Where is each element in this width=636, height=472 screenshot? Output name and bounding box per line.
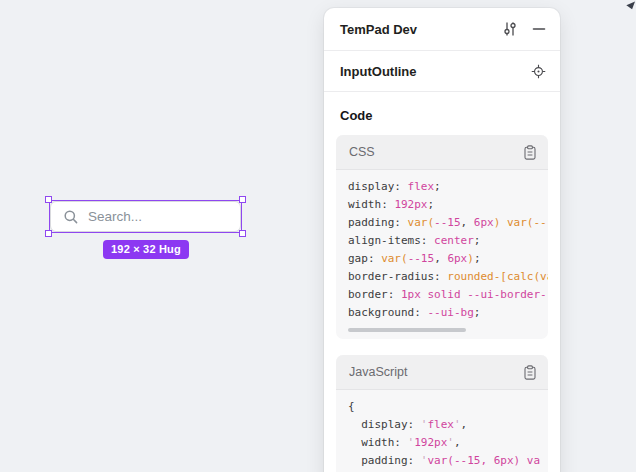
component-name: InputOutline bbox=[340, 64, 517, 79]
locate-icon bbox=[531, 64, 546, 79]
code-block-label: CSS bbox=[349, 145, 523, 159]
search-icon bbox=[63, 209, 79, 225]
code-line: gap: var(--15, 6px); bbox=[348, 250, 536, 268]
code-line: display: flex; bbox=[348, 178, 536, 196]
copy-code-button[interactable] bbox=[523, 365, 537, 380]
size-badge: 192 × 32 Hug bbox=[103, 240, 189, 259]
copy-code-button[interactable] bbox=[523, 145, 537, 160]
code-line: display: 'flex', bbox=[348, 416, 536, 434]
settings-button[interactable] bbox=[502, 21, 518, 37]
resize-handle-top-left[interactable] bbox=[45, 196, 52, 203]
panel-header: TemPad Dev bbox=[324, 8, 560, 51]
code-line: align-items: center; bbox=[348, 232, 536, 250]
code-line: border: 1px solid --ui-border- bbox=[348, 286, 536, 304]
minimize-button[interactable] bbox=[532, 22, 546, 36]
clipboard-icon bbox=[523, 365, 537, 380]
selected-component-row: InputOutline bbox=[324, 51, 560, 92]
locate-button[interactable] bbox=[531, 64, 546, 79]
code-section-title: Code bbox=[340, 108, 548, 123]
tempad-dev-panel: TemPad Dev InputOutline bbox=[324, 8, 560, 472]
horizontal-scrollbar[interactable] bbox=[348, 328, 466, 332]
code-line: width: '192px', bbox=[348, 434, 536, 452]
cursor bbox=[626, 0, 636, 9]
code-line: width: 192px; bbox=[348, 196, 536, 214]
selection-box: Search... bbox=[49, 200, 242, 233]
code-body: { display: 'flex', width: '192px', paddi… bbox=[336, 390, 548, 472]
resize-handle-top-right[interactable] bbox=[239, 196, 246, 203]
resize-handle-bottom-left[interactable] bbox=[45, 230, 52, 237]
search-placeholder: Search... bbox=[88, 209, 142, 224]
code-block-header: JavaScript bbox=[336, 355, 548, 390]
code-body: display: flex;width: 192px;padding: var(… bbox=[336, 170, 548, 324]
clipboard-icon bbox=[523, 145, 537, 160]
figma-canvas: Search... 192 × 32 Hug TemPad Dev bbox=[0, 0, 636, 472]
code-line: padding: var(--15, 6px) var(-- bbox=[348, 214, 536, 232]
code-line: padding: 'var(--15, 6px) va bbox=[348, 452, 536, 470]
resize-handle-bottom-right[interactable] bbox=[239, 230, 246, 237]
code-block-label: JavaScript bbox=[349, 365, 523, 379]
code-section: Code CSS display: flex;width: 192px;padd… bbox=[324, 92, 560, 472]
code-line: background: --ui-bg; bbox=[348, 304, 536, 322]
panel-title: TemPad Dev bbox=[340, 22, 488, 37]
sliders-icon bbox=[502, 21, 518, 37]
minimize-icon bbox=[532, 22, 546, 36]
code-blocks: CSS display: flex;width: 192px;padding: … bbox=[336, 135, 548, 472]
code-line: border-radius: rounded-[calc(va bbox=[348, 268, 536, 286]
code-block: JavaScript { display: 'flex', width: '19… bbox=[336, 355, 548, 472]
search-input[interactable]: Search... bbox=[50, 201, 241, 232]
code-block: CSS display: flex;width: 192px;padding: … bbox=[336, 135, 548, 339]
code-line: { bbox=[348, 398, 536, 416]
code-block-header: CSS bbox=[336, 135, 548, 170]
